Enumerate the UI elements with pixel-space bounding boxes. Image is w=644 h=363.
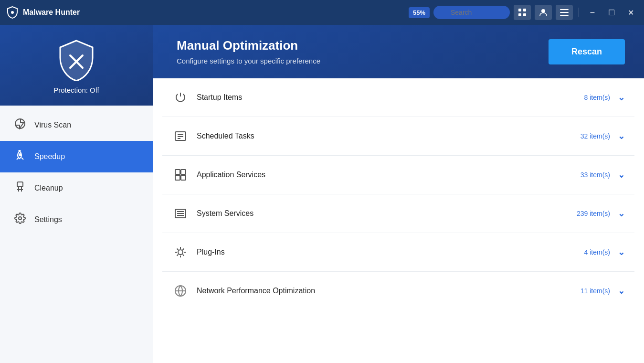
search-wrapper: 🔍: [433, 6, 510, 19]
protection-status: Protection: Off: [53, 86, 99, 94]
svg-rect-6: [560, 9, 569, 10]
network-performance-count: 11 item(s): [581, 287, 610, 295]
sidebar-item-virus-scan[interactable]: Virus Scan: [0, 109, 153, 141]
scheduled-tasks-count: 32 item(s): [581, 132, 610, 140]
svg-rect-22: [181, 175, 186, 180]
menu-icon: [560, 9, 569, 16]
window-separator: [579, 8, 579, 17]
power-icon: [172, 89, 189, 106]
page-subtitle: Configure settings to your specific pref…: [177, 57, 320, 65]
svg-rect-3: [518, 13, 521, 16]
globe-icon: [172, 282, 189, 299]
network-performance-chevron: ⌄: [618, 286, 625, 296]
application-services-label: Application Services: [197, 171, 581, 179]
content-header-text: Manual Optimization Configure settings t…: [177, 38, 320, 65]
shield-protection-icon: [55, 38, 98, 81]
svg-rect-2: [523, 9, 526, 11]
sidebar-label-virus-scan: Virus Scan: [34, 121, 71, 129]
svg-point-0: [11, 11, 14, 14]
app-title: Malware Hunter: [23, 8, 80, 17]
user-icon-button[interactable]: [535, 5, 552, 20]
svg-point-14: [19, 217, 21, 220]
svg-rect-1: [518, 9, 521, 11]
application-services-count: 33 item(s): [581, 171, 610, 179]
svg-rect-7: [560, 12, 569, 13]
sidebar-item-cleanup[interactable]: Cleanup: [0, 172, 153, 204]
sidebar-nav: Virus Scan Speedup: [0, 106, 153, 363]
list-item-startup-items[interactable]: Startup Items 8 item(s) ⌄: [162, 78, 634, 117]
list-item-application-services[interactable]: Application Services 33 item(s) ⌄: [162, 156, 634, 194]
sidebar-item-settings[interactable]: Settings: [0, 204, 153, 235]
scheduled-tasks-label: Scheduled Tasks: [197, 132, 581, 140]
system-services-count: 239 item(s): [577, 210, 610, 217]
startup-items-label: Startup Items: [197, 93, 584, 102]
system-services-label: System Services: [197, 209, 577, 218]
grid-icon-button[interactable]: [514, 5, 531, 20]
svg-point-12: [19, 154, 21, 156]
list-item-network-performance[interactable]: Network Performance Optimization 11 item…: [162, 272, 634, 310]
percent-badge: 55%: [409, 7, 430, 18]
user-icon: [539, 8, 548, 17]
main-layout: Protection: Off Virus Scan: [0, 25, 644, 363]
title-bar-right: 55% 🔍 – ☐ ✕: [409, 5, 638, 20]
rescan-button[interactable]: Rescan: [549, 39, 625, 64]
svg-rect-4: [523, 13, 526, 16]
apps-icon: [172, 166, 189, 183]
tasks-icon: [172, 128, 189, 145]
sidebar-header: Protection: Off: [0, 25, 153, 106]
plugin-icon: [172, 244, 189, 261]
sidebar-label-cleanup: Cleanup: [34, 184, 63, 192]
grid-icon: [518, 8, 527, 17]
startup-items-chevron: ⌄: [618, 92, 625, 103]
close-button[interactable]: ✕: [623, 5, 638, 20]
broom-icon: [13, 181, 27, 195]
plug-ins-count: 4 item(s): [584, 248, 610, 256]
rocket-icon: [13, 149, 27, 164]
page-title: Manual Optimization: [177, 38, 320, 53]
sidebar-item-speedup[interactable]: Speedup: [0, 141, 153, 172]
application-services-chevron: ⌄: [618, 170, 625, 180]
list-item-plug-ins[interactable]: Plug-Ins 4 item(s) ⌄: [162, 233, 634, 272]
app-logo-icon: [6, 6, 19, 19]
svg-rect-8: [560, 15, 569, 16]
plug-ins-chevron: ⌄: [618, 247, 625, 257]
svg-point-5: [541, 9, 545, 13]
items-list: Startup Items 8 item(s) ⌄ Scheduled Task…: [153, 78, 644, 363]
svg-point-27: [178, 250, 183, 255]
content-header: Manual Optimization Configure settings t…: [153, 25, 644, 78]
search-input[interactable]: [433, 6, 510, 19]
list-item-system-services[interactable]: System Services 239 item(s) ⌄: [162, 194, 634, 233]
content-area: Manual Optimization Configure settings t…: [153, 25, 644, 363]
title-bar-left: Malware Hunter: [6, 6, 409, 19]
startup-items-count: 8 item(s): [584, 94, 610, 101]
svg-rect-19: [175, 170, 180, 174]
title-bar: Malware Hunter 55% 🔍 – ☐ ✕: [0, 0, 644, 25]
scheduled-tasks-chevron: ⌄: [618, 131, 625, 141]
maximize-button[interactable]: ☐: [604, 5, 619, 20]
list-icon: [172, 205, 189, 222]
minimize-button[interactable]: –: [585, 5, 600, 20]
system-services-chevron: ⌄: [618, 208, 625, 219]
bolt-icon: [13, 118, 27, 132]
sidebar: Protection: Off Virus Scan: [0, 25, 153, 363]
sidebar-label-settings: Settings: [34, 215, 62, 224]
sidebar-label-speedup: Speedup: [34, 152, 65, 161]
network-performance-label: Network Performance Optimization: [197, 287, 581, 295]
svg-rect-21: [175, 175, 180, 180]
plug-ins-label: Plug-Ins: [197, 248, 584, 256]
list-item-scheduled-tasks[interactable]: Scheduled Tasks 32 item(s) ⌄: [162, 117, 634, 156]
svg-rect-20: [181, 170, 186, 174]
menu-icon-button[interactable]: [556, 5, 573, 20]
svg-rect-13: [17, 182, 23, 187]
gear-icon: [13, 213, 27, 227]
